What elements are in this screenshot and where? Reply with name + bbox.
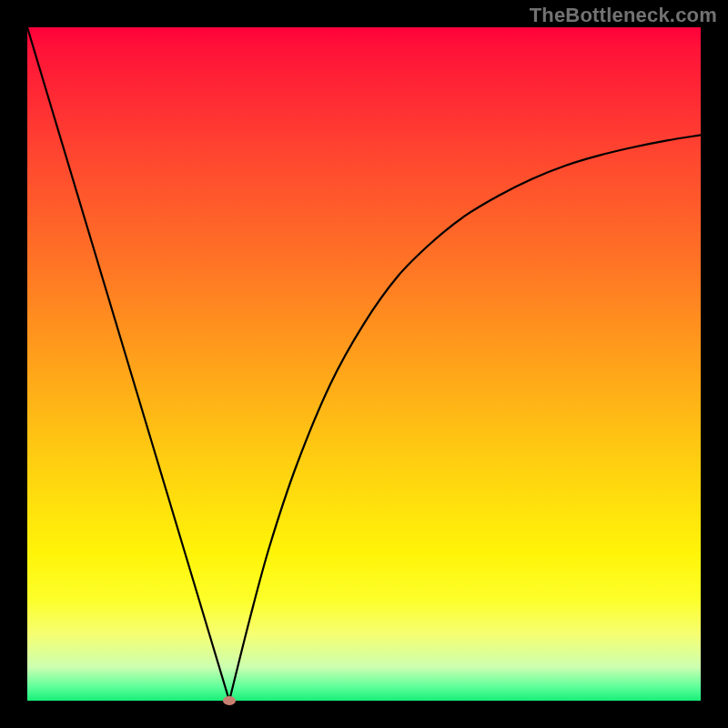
watermark-text: TheBottleneck.com bbox=[530, 4, 717, 27]
chart-container: TheBottleneck.com bbox=[0, 0, 728, 728]
plot-area bbox=[27, 27, 701, 701]
bottleneck-curve bbox=[27, 27, 701, 701]
bottleneck-minimum-marker bbox=[223, 696, 236, 705]
